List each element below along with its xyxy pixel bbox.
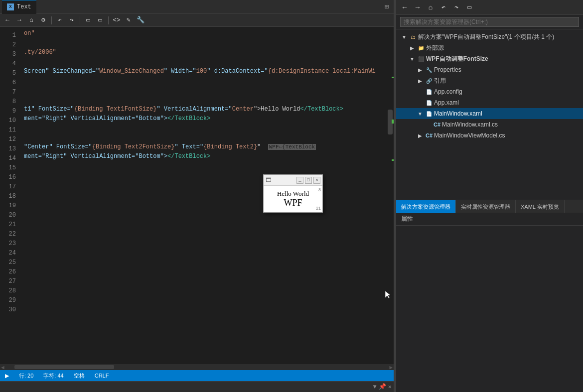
nav-forward-button[interactable]: → [412, 2, 423, 13]
appxaml-label: App.xaml [434, 99, 459, 106]
right-bottom-tabs: 解决方案资源管理器 实时属性资源管理器 XAML 实时预览 [396, 200, 583, 213]
tab-xaml-preview[interactable]: XAML 实时预览 [516, 200, 565, 213]
close-panel-button[interactable]: ✕ [388, 383, 392, 391]
code-line [24, 265, 394, 275]
tab-label: Text [17, 3, 31, 10]
show-all-files-button[interactable]: ▭ [464, 2, 475, 13]
window1-button[interactable]: ▭ [83, 15, 94, 26]
line-numbers: 12345 678910 1112131415 1617181920 21222… [0, 27, 20, 364]
status-encoding: CRLF [95, 373, 109, 379]
project-icon: ⬛ [417, 55, 425, 63]
code-line [24, 124, 394, 133]
chevron-right-icon2: ▶ [416, 67, 424, 73]
chevron-right-icon4: ▶ [416, 133, 424, 138]
wpf-close-button[interactable]: × [313, 177, 320, 184]
nav-back-button[interactable]: ← [399, 2, 410, 13]
code-line [24, 247, 394, 256]
pin-button[interactable]: 📌 [379, 383, 386, 391]
code-button[interactable]: <> [111, 15, 122, 26]
mainwindow-label: MainWindow.xaml [434, 110, 482, 117]
code-line [24, 209, 394, 218]
code-line: ment="Right" VerticalAlignment="Bottom">… [24, 152, 394, 161]
tree-item-viewmodel[interactable]: ▶ C# MainWindowViewModel.cs [396, 130, 583, 141]
tab-realtime-props[interactable]: 实时属性资源管理器 [456, 200, 516, 213]
code-content[interactable]: on" .ty/2006" Screen" SizeChanged="Windo… [20, 27, 394, 364]
redo-button[interactable]: ↷ [66, 15, 77, 26]
vertical-scrollbar[interactable] [387, 27, 394, 358]
forward-button[interactable]: → [14, 15, 25, 26]
tree-item-appconfig[interactable]: ▶ 📄 App.config [396, 86, 583, 97]
tree-item-appxaml[interactable]: ▶ 📄 App.xaml [396, 97, 583, 108]
code-line [24, 180, 394, 190]
editor-toolbar: ← → ⌂ ⚙ ↶ ↷ ▭ ▭ <> ✎ 🔧 [0, 14, 394, 27]
code-line: .ty/2006" [24, 48, 394, 57]
chevron-right-icon: ▶ [408, 45, 416, 51]
code-line [24, 228, 394, 237]
tree-item-mainwindow[interactable]: ▼ 📄 MainWindow.xaml [396, 108, 583, 119]
wpf-badge2: 21 [316, 206, 321, 211]
tab-solution-explorer[interactable]: 解决方案资源管理器 [396, 200, 456, 213]
tools-button[interactable]: 🔧 [135, 15, 146, 26]
properties-section: 属性 [396, 213, 583, 226]
h-scroll-thumb[interactable] [14, 365, 114, 369]
solution-explorer-tree: ▼ 🗂 解决方案"WPF自动调整FontSize"(1 个项目/共 1 个) ▶… [396, 29, 583, 200]
editor-panel: X Text ⊞ ← → ⌂ ⚙ ↶ ↷ ▭ ▭ <> ✎ 🔧 [0, 0, 394, 392]
editor-tab-text[interactable]: X Text [2, 0, 36, 14]
code-line: on" [24, 29, 394, 38]
undo-button[interactable]: ↶ [54, 15, 65, 26]
horizontal-scrollbar[interactable]: ◀ ▶ [0, 364, 394, 370]
wpf-maximize-button[interactable]: □ [305, 177, 312, 184]
status-space: 空格 [74, 372, 85, 380]
nav-redo-button[interactable]: ↷ [451, 2, 462, 13]
nav-refresh-button[interactable]: ↶ [438, 2, 449, 13]
wpf-popup-window[interactable]: 🗔 _ □ × Hello World WPF 8 21 [263, 174, 323, 213]
code-line [24, 237, 394, 247]
settings-button[interactable]: ⚙ [38, 15, 49, 26]
nav-home-button[interactable]: ⌂ [425, 2, 436, 13]
edit-button[interactable]: ✎ [123, 15, 134, 26]
separator2 [80, 16, 80, 24]
tree-item-mainwindow-cs[interactable]: ▶ C# MainWindow.xaml.cs [396, 119, 583, 130]
wpf-content: Hello World WPF 8 21 [264, 186, 322, 212]
status-row: 行: 20 [19, 372, 33, 380]
code-area[interactable]: 12345 678910 1112131415 1617181920 21222… [0, 27, 394, 364]
folder-icon: 📁 [417, 44, 425, 52]
wpf-text2: WPF [267, 198, 319, 208]
search-box [396, 15, 583, 29]
code-line [24, 190, 394, 199]
mainwindow-cs-label: MainWindow.xaml.cs [442, 121, 498, 128]
scroll-right-button[interactable]: ▶ [389, 364, 393, 371]
code-line [24, 199, 394, 209]
appconfig-icon: 📄 [425, 88, 433, 96]
code-line [24, 133, 394, 142]
change-marker [392, 159, 394, 161]
code-line [24, 95, 394, 105]
project-label: WPF自动调整FontSize [426, 55, 488, 63]
code-line [24, 218, 394, 228]
tree-item-references[interactable]: ▶ 🔗 引用 [396, 75, 583, 86]
status-col: 字符: 44 [43, 372, 63, 380]
tree-item-solution[interactable]: ▼ 🗂 解决方案"WPF自动调整FontSize"(1 个项目/共 1 个) [396, 31, 583, 42]
home-button[interactable]: ⌂ [26, 15, 37, 26]
properties-content [396, 226, 583, 392]
code-line [24, 86, 394, 95]
window2-button[interactable]: ▭ [95, 15, 106, 26]
code-line: ment="Right" VerticalAlignment="Bottom">… [24, 114, 394, 124]
change-marker [392, 77, 394, 78]
right-toolbar: ← → ⌂ ↶ ↷ ▭ [396, 0, 583, 15]
properties-tree-label: Properties [434, 66, 461, 73]
tabbar-right: ⊞ [382, 2, 394, 12]
back-button[interactable]: ← [2, 15, 13, 26]
scroll-left-button[interactable]: ◀ [1, 364, 4, 371]
tab-icon: X [7, 3, 14, 10]
split-editor-button[interactable]: ⊞ [382, 2, 392, 12]
expand-down-button[interactable]: ▼ [373, 384, 377, 391]
tree-item-external[interactable]: ▶ 📁 外部源 [396, 42, 583, 53]
references-icon: 🔗 [425, 77, 433, 85]
chevron-down-icon: ▼ [400, 34, 408, 40]
code-line: "Center" FontSize="{Binding Text2FontSiz… [24, 142, 394, 152]
tree-item-properties[interactable]: ▶ 🔧 Properties [396, 64, 583, 75]
search-input[interactable] [400, 17, 579, 27]
wpf-minimize-button[interactable]: _ [296, 177, 303, 184]
tree-item-project[interactable]: ▼ ⬛ WPF自动调整FontSize [396, 53, 583, 64]
